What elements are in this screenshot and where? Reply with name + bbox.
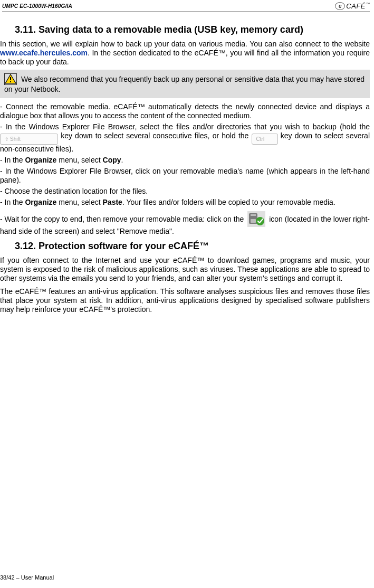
text: - Wait for the copy to end, then remove … [0, 215, 246, 223]
step-copy: - In the Organize menu, select Copy. [0, 156, 370, 165]
step-click-media-name: - In the Windows Explorer File Browser, … [0, 167, 370, 185]
step-paste: - In the Organize menu, select Paste. Yo… [0, 198, 370, 207]
warning-icon [4, 73, 17, 85]
warning-callout-text: We also recommend that you frequently ba… [4, 73, 365, 94]
warning-callout: We also recommend that you frequently ba… [0, 70, 370, 98]
section-2-p1: If you often connect to the Internet and… [0, 256, 370, 283]
page-number: 38/42 – User Manual [0, 574, 54, 581]
text: . Your files and/or folders will be copi… [122, 198, 335, 206]
section-1-heading: 3.11. Saving data to a removable media (… [15, 24, 370, 35]
text: menu, select [56, 198, 102, 206]
section-2-heading: 3.12. Protection software for your eCAFÉ… [15, 241, 370, 252]
text: In this section, we will explain how to … [0, 40, 370, 48]
svg-point-8 [256, 217, 264, 225]
step-remove-media: - Wait for the copy to end, then remove … [0, 211, 370, 236]
text: . [121, 156, 123, 164]
ctrl-keycap: Ctrl [252, 134, 278, 145]
text: menu, select [56, 156, 102, 164]
text: We also recommend that you frequently ba… [4, 75, 365, 93]
safely-remove-icon [247, 211, 265, 227]
svg-rect-2 [10, 77, 11, 80]
model-code: UMPC EC-1000W-H160G/IA [2, 3, 72, 9]
page-content: 3.11. Saving data to a removable media (… [0, 12, 370, 314]
ecafe-logo: e CAFÉ ™ [335, 2, 370, 10]
shift-keycap: ⇧Shift [0, 134, 58, 145]
section-1-intro: In this section, we will explain how to … [0, 40, 370, 67]
ecafe-logo-mark: e [335, 2, 345, 10]
text: - In the [0, 198, 25, 206]
step-choose-destination: - Choose the destination location for th… [0, 187, 370, 196]
ecafe-website-link[interactable]: www.ecafe.hercules.com [0, 49, 88, 57]
shift-key-label: Shift [10, 136, 21, 142]
shift-arrow-icon: ⇧ [5, 137, 9, 142]
svg-rect-7 [251, 219, 256, 223]
text: key down to select several consecutive f… [58, 131, 252, 140]
ctrl-key-label: Ctrl [256, 136, 265, 142]
svg-rect-6 [251, 214, 256, 216]
step-connect-media: - Connect the removable media. eCAFÉ™ au… [0, 102, 370, 120]
section-2-p2: The eCAFÉ™ features an anti-virus applic… [0, 287, 370, 314]
menu-copy: Copy [103, 156, 121, 164]
text: - In the [0, 156, 25, 164]
page-footer: 38/42 – User Manual [0, 574, 54, 581]
menu-organize: Organize [25, 156, 56, 164]
ecafe-logo-tm: ™ [366, 2, 370, 6]
ecafe-logo-word: CAFÉ [346, 2, 366, 10]
menu-organize-2: Organize [25, 198, 56, 206]
page-header: UMPC EC-1000W-H160G/IA e CAFÉ ™ [2, 2, 370, 12]
svg-rect-3 [10, 81, 11, 82]
menu-paste: Paste [103, 198, 122, 206]
step-select-files: - In the Windows Explorer File Browser, … [0, 122, 370, 154]
text: - In the Windows Explorer File Browser, … [0, 122, 370, 131]
